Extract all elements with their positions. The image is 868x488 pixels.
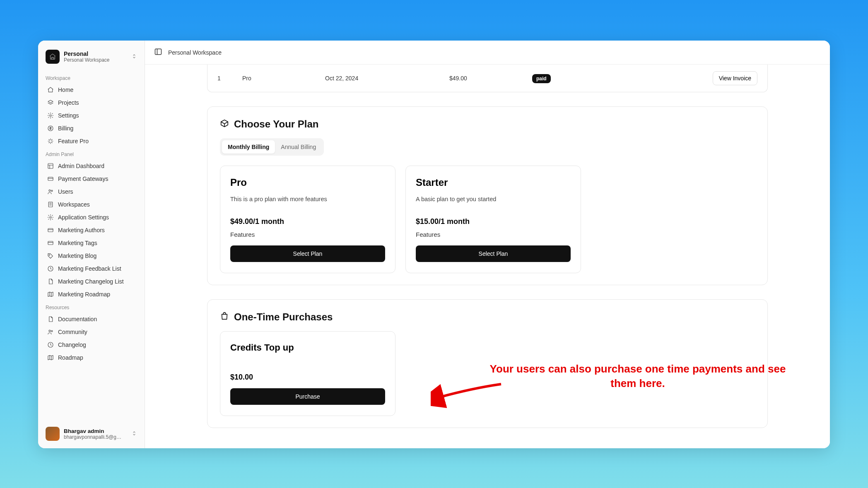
card-icon bbox=[47, 227, 54, 233]
sidebar-item-billing[interactable]: Billing bbox=[44, 122, 139, 135]
invoice-number: 1 bbox=[217, 75, 234, 82]
sidebar-item-label: Marketing Tags bbox=[58, 240, 97, 246]
billing-toggle: Monthly Billing Annual Billing bbox=[220, 138, 324, 156]
building-icon bbox=[47, 201, 54, 208]
workspace-switcher[interactable]: Personal Personal Workspace bbox=[44, 48, 139, 65]
sidebar: Personal Personal Workspace WorkspaceHom… bbox=[38, 41, 145, 448]
svg-rect-13 bbox=[48, 241, 53, 245]
breadcrumb: Personal Workspace bbox=[168, 49, 222, 56]
sidebar-item-projects[interactable]: Projects bbox=[44, 96, 139, 109]
sidebar-item-settings[interactable]: Settings bbox=[44, 109, 139, 122]
sidebar-item-documentation[interactable]: Documentation bbox=[44, 313, 139, 325]
svg-point-8 bbox=[51, 190, 53, 191]
plan-description: This is a pro plan with more features bbox=[230, 196, 385, 202]
sidebar-item-label: Projects bbox=[58, 99, 79, 106]
sidebar-item-workspaces[interactable]: Workspaces bbox=[44, 198, 139, 211]
package-icon bbox=[220, 119, 229, 130]
sidebar-item-application-settings[interactable]: Application Settings bbox=[44, 211, 139, 224]
sidebar-item-label: Documentation bbox=[58, 316, 97, 322]
plan-card-pro: Pro This is a pro plan with more feature… bbox=[220, 166, 395, 273]
invoice-plan: Pro bbox=[242, 75, 317, 82]
plans-row: Pro This is a pro plan with more feature… bbox=[220, 166, 755, 273]
plan-features-label: Features bbox=[230, 231, 385, 238]
doc-icon bbox=[47, 316, 54, 322]
sidebar-item-label: Marketing Authors bbox=[58, 227, 105, 233]
tab-annual-billing[interactable]: Annual Billing bbox=[275, 140, 322, 154]
map-icon bbox=[47, 291, 54, 298]
sidebar-item-label: Changelog bbox=[58, 341, 86, 348]
chevron-up-down-icon bbox=[131, 430, 137, 438]
select-plan-button[interactable]: Select Plan bbox=[230, 245, 385, 262]
nav-section-label: Admin Panel bbox=[46, 151, 137, 157]
avatar bbox=[46, 427, 60, 441]
sidebar-toggle-icon[interactable] bbox=[154, 48, 162, 58]
svg-rect-11 bbox=[48, 228, 53, 232]
sidebar-item-marketing-tags[interactable]: Marketing Tags bbox=[44, 237, 139, 249]
tab-monthly-billing[interactable]: Monthly Billing bbox=[222, 140, 275, 154]
sidebar-item-admin-dashboard[interactable]: Admin Dashboard bbox=[44, 160, 139, 172]
sidebar-item-label: Marketing Changelog List bbox=[58, 278, 124, 285]
sidebar-item-marketing-feedback-list[interactable]: Marketing Feedback List bbox=[44, 262, 139, 275]
sidebar-item-label: Payment Gateways bbox=[58, 175, 108, 182]
plan-name: Pro bbox=[230, 177, 385, 188]
purchase-button[interactable]: Purchase bbox=[230, 388, 385, 405]
sidebar-item-label: Marketing Blog bbox=[58, 252, 96, 259]
sidebar-item-feature-pro[interactable]: Feature Pro bbox=[44, 135, 139, 147]
sidebar-item-label: Workspaces bbox=[58, 201, 90, 208]
invoice-action-cell: View Invoice bbox=[607, 71, 757, 85]
plan-features-label: Features bbox=[416, 231, 571, 238]
sparkle-icon bbox=[47, 138, 54, 144]
sidebar-item-community[interactable]: Community bbox=[44, 326, 139, 338]
user-menu[interactable]: Bhargav admin bhargavponnapalli.5@g… bbox=[44, 424, 139, 443]
topbar: Personal Workspace bbox=[145, 41, 830, 65]
sidebar-item-marketing-roadmap[interactable]: Marketing Roadmap bbox=[44, 288, 139, 300]
workspace-title-col: Personal Personal Workspace bbox=[64, 50, 127, 63]
sidebar-item-label: Billing bbox=[58, 125, 73, 132]
clock-icon bbox=[47, 341, 54, 348]
sidebar-item-marketing-changelog-list[interactable]: Marketing Changelog List bbox=[44, 275, 139, 288]
sidebar-item-home[interactable]: Home bbox=[44, 84, 139, 96]
svg-rect-20 bbox=[155, 49, 162, 54]
sidebar-item-label: Home bbox=[58, 87, 73, 93]
app-window: Personal Personal Workspace WorkspaceHom… bbox=[38, 41, 830, 448]
gear-icon bbox=[47, 214, 54, 221]
invoice-amount: $49.00 bbox=[449, 75, 524, 82]
purchase-price: $10.00 bbox=[230, 373, 385, 382]
purchase-name: Credits Top up bbox=[230, 342, 385, 353]
sidebar-item-label: Application Settings bbox=[58, 214, 109, 221]
status-badge-paid: paid bbox=[532, 74, 551, 83]
shopping-bag-icon bbox=[220, 312, 229, 322]
sidebar-item-users[interactable]: Users bbox=[44, 185, 139, 198]
gear-icon bbox=[47, 112, 54, 119]
svg-point-15 bbox=[49, 255, 50, 255]
tag-icon bbox=[47, 252, 54, 259]
sidebar-item-marketing-authors[interactable]: Marketing Authors bbox=[44, 224, 139, 236]
workspace-logo bbox=[46, 50, 60, 64]
dollar-icon bbox=[47, 125, 54, 132]
chevron-up-down-icon bbox=[131, 53, 137, 60]
workspace-subtitle: Personal Workspace bbox=[64, 57, 127, 63]
sidebar-item-changelog[interactable]: Changelog bbox=[44, 339, 139, 351]
home-icon bbox=[47, 87, 54, 93]
sidebar-scroll[interactable]: WorkspaceHomeProjectsSettingsBillingFeat… bbox=[44, 71, 139, 421]
annotation-text: Your users can also purchase one time pa… bbox=[489, 362, 787, 391]
user-name: Bhargav admin bbox=[64, 428, 127, 434]
layers-icon bbox=[47, 99, 54, 106]
invoice-status-cell: paid bbox=[532, 75, 598, 82]
svg-point-7 bbox=[49, 190, 51, 191]
sidebar-item-label: Feature Pro bbox=[58, 138, 89, 144]
card-icon bbox=[47, 240, 54, 246]
invoice-date: Oct 22, 2024 bbox=[325, 75, 441, 82]
sidebar-item-marketing-blog[interactable]: Marketing Blog bbox=[44, 250, 139, 262]
svg-rect-9 bbox=[48, 202, 52, 207]
select-plan-button[interactable]: Select Plan bbox=[416, 245, 571, 262]
sidebar-item-label: Marketing Feedback List bbox=[58, 265, 121, 272]
sidebar-item-payment-gateways[interactable]: Payment Gateways bbox=[44, 173, 139, 185]
svg-rect-5 bbox=[48, 177, 53, 180]
choose-plan-card: Choose Your Plan Monthly Billing Annual … bbox=[207, 106, 768, 285]
users-icon bbox=[47, 329, 54, 335]
nav-section-label: Resources bbox=[46, 305, 137, 310]
view-invoice-button[interactable]: View Invoice bbox=[713, 71, 757, 85]
plan-price: $15.00/1 month bbox=[416, 217, 571, 226]
sidebar-item-roadmap[interactable]: Roadmap bbox=[44, 351, 139, 364]
